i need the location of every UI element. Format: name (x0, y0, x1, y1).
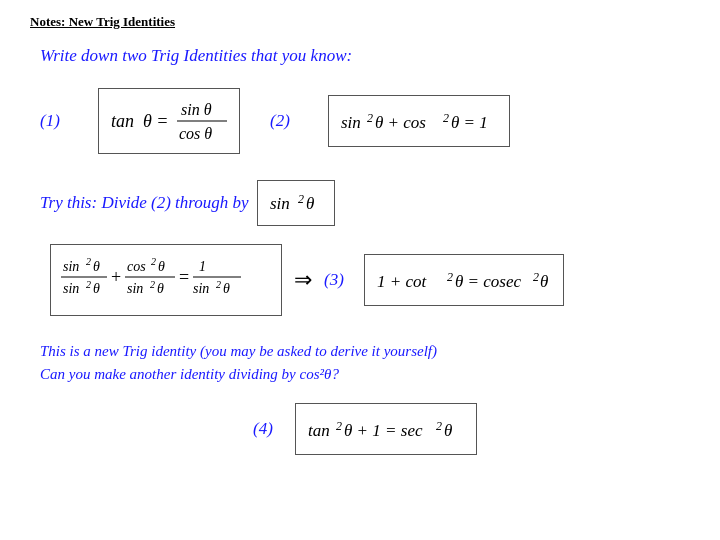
identity-2-svg: sin 2 θ + cos 2 θ = 1 (339, 102, 499, 140)
svg-text:θ: θ (158, 259, 165, 274)
svg-text:θ: θ (157, 281, 164, 296)
svg-text:sin: sin (270, 194, 290, 213)
bottom-text: This is a new Trig identity (you may be … (40, 340, 690, 387)
identity-1-box: tan θ = sin θ cos θ (98, 88, 240, 154)
identity-4-svg: tan 2 θ + 1 = sec 2 θ (306, 410, 466, 448)
svg-text:θ = 1: θ = 1 (451, 113, 488, 132)
divide-row: sin 2 θ sin 2 θ + cos 2 θ sin 2 θ = (50, 244, 690, 316)
implies-arrow: ⇒ (294, 267, 312, 293)
svg-text:θ: θ (444, 421, 452, 440)
svg-text:1: 1 (199, 259, 206, 274)
svg-text:θ: θ (223, 281, 230, 296)
svg-text:θ: θ (540, 272, 548, 291)
identity-4-box: tan 2 θ + 1 = sec 2 θ (295, 403, 477, 455)
divide-equation-svg: sin 2 θ sin 2 θ + cos 2 θ sin 2 θ = (61, 251, 271, 309)
sin2-svg: sin 2 θ (268, 187, 324, 219)
svg-text:cos θ: cos θ (179, 125, 212, 142)
svg-text:θ: θ (306, 194, 314, 213)
svg-text:θ + cos: θ + cos (375, 113, 426, 132)
identity-4-row: (4) tan 2 θ + 1 = sec 2 θ (40, 403, 690, 455)
svg-text:2: 2 (150, 279, 155, 290)
label-2: (2) (270, 111, 298, 131)
svg-text:sin: sin (127, 281, 143, 296)
label-1: (1) (40, 111, 68, 131)
svg-text:2: 2 (86, 256, 91, 267)
svg-text:2: 2 (298, 192, 304, 206)
svg-text:θ + 1 = sec: θ + 1 = sec (344, 421, 423, 440)
svg-text:2: 2 (447, 270, 453, 284)
svg-text:θ = cosec: θ = cosec (455, 272, 522, 291)
svg-text:2: 2 (436, 419, 442, 433)
svg-text:2: 2 (443, 111, 449, 125)
svg-text:2: 2 (367, 111, 373, 125)
identities-row: (1) tan θ = sin θ cos θ (2) sin 2 θ + co… (40, 88, 690, 154)
svg-text:1 + cot: 1 + cot (377, 272, 428, 291)
identity-1-svg: tan θ = sin θ cos θ (109, 95, 229, 147)
svg-text:+: + (111, 267, 121, 287)
svg-text:cos: cos (127, 259, 146, 274)
svg-text:2: 2 (151, 256, 156, 267)
svg-text:2: 2 (533, 270, 539, 284)
identity-3-svg: 1 + cot 2 θ = cosec 2 θ (375, 261, 553, 299)
sin2-box: sin 2 θ (257, 180, 335, 226)
identity-3-box: 1 + cot 2 θ = cosec 2 θ (364, 254, 564, 306)
svg-text:sin: sin (63, 259, 79, 274)
identity-2-box: sin 2 θ + cos 2 θ = 1 (328, 95, 510, 147)
svg-text:θ =: θ = (143, 111, 169, 131)
svg-text:2: 2 (216, 279, 221, 290)
label-4: (4) (253, 419, 281, 439)
try-text: Try this: Divide (2) through by (40, 193, 249, 213)
svg-text:2: 2 (336, 419, 342, 433)
svg-text:sin: sin (63, 281, 79, 296)
svg-text:sin θ: sin θ (181, 101, 212, 118)
label-3: (3) (324, 270, 352, 290)
try-this-row: Try this: Divide (2) through by sin 2 θ (40, 180, 690, 226)
svg-text:tan: tan (308, 421, 330, 440)
svg-text:θ: θ (93, 259, 100, 274)
bottom-text-line1: This is a new Trig identity (you may be … (40, 340, 690, 363)
svg-text:sin: sin (193, 281, 209, 296)
svg-text:tan: tan (111, 111, 134, 131)
svg-text:=: = (179, 267, 189, 287)
page: Notes: New Trig Identities Write down tw… (0, 0, 720, 540)
page-title: Notes: New Trig Identities (30, 14, 690, 30)
svg-text:θ: θ (93, 281, 100, 296)
divide-equation-box: sin 2 θ sin 2 θ + cos 2 θ sin 2 θ = (50, 244, 282, 316)
section-subtitle: Write down two Trig Identities that you … (40, 46, 690, 66)
svg-text:sin: sin (341, 113, 361, 132)
bottom-text-line2: Can you make another identity dividing b… (40, 363, 690, 386)
svg-text:2: 2 (86, 279, 91, 290)
